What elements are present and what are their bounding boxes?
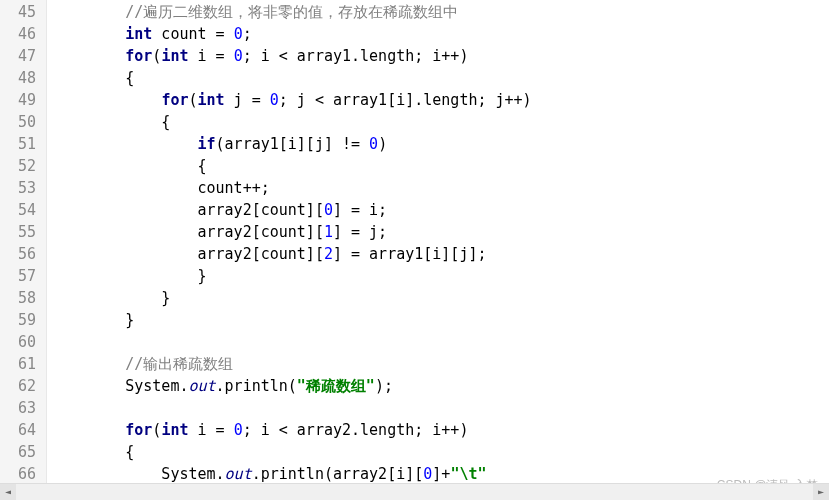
horizontal-scrollbar[interactable]: ◄ ►: [0, 483, 829, 500]
code-token: int: [198, 91, 225, 109]
code-token: System.: [53, 377, 188, 395]
code-token: "稀疏数组": [297, 377, 375, 395]
code-token: ] = array1[i][j];: [333, 245, 487, 263]
code-token: (array1[i][j] !=: [216, 135, 370, 153]
code-token: array2[count][: [53, 245, 324, 263]
code-token: array2[count][: [53, 223, 324, 241]
code-editor: 4546474849505152535455565758596061626364…: [0, 0, 829, 500]
line-number: 45: [6, 1, 36, 23]
line-number: 65: [6, 441, 36, 463]
code-token: out: [225, 465, 252, 483]
code-line[interactable]: {: [53, 111, 829, 133]
code-line[interactable]: {: [53, 67, 829, 89]
code-token: [53, 91, 161, 109]
code-token: [53, 3, 125, 21]
code-token: .println(: [216, 377, 297, 395]
code-token: }: [53, 311, 134, 329]
line-number: 55: [6, 221, 36, 243]
code-token: ; i < array1.: [243, 47, 360, 65]
scroll-left-arrow-icon[interactable]: ◄: [0, 484, 16, 500]
code-token: 0: [423, 465, 432, 483]
code-line[interactable]: if(array1[i][j] != 0): [53, 133, 829, 155]
code-token: "\t": [450, 465, 486, 483]
code-line[interactable]: //遍历二维数组，将非零的值，存放在稀疏数组中: [53, 1, 829, 23]
code-token: out: [188, 377, 215, 395]
line-number: 57: [6, 265, 36, 287]
code-token: ; i++): [414, 47, 468, 65]
code-line[interactable]: }: [53, 287, 829, 309]
line-number: 48: [6, 67, 36, 89]
code-line[interactable]: System.out.println("稀疏数组");: [53, 375, 829, 397]
code-token: {: [53, 157, 207, 175]
line-number: 64: [6, 419, 36, 441]
code-token: }: [53, 267, 207, 285]
code-token: [53, 25, 125, 43]
code-token: if: [198, 135, 216, 153]
line-number-gutter: 4546474849505152535455565758596061626364…: [0, 0, 47, 500]
code-token: count =: [152, 25, 233, 43]
code-line[interactable]: }: [53, 309, 829, 331]
line-number: 56: [6, 243, 36, 265]
scroll-right-arrow-icon[interactable]: ►: [813, 484, 829, 500]
code-token: ;: [243, 25, 252, 43]
code-line[interactable]: array2[count][1] = j;: [53, 221, 829, 243]
code-line[interactable]: System.out.println(array2[i][0]+"\t": [53, 463, 829, 485]
code-line[interactable]: array2[count][0] = i;: [53, 199, 829, 221]
code-line[interactable]: for(int i = 0; i < array2.length; i++): [53, 419, 829, 441]
code-token: ; j++): [477, 91, 531, 109]
line-number: 50: [6, 111, 36, 133]
line-number: 51: [6, 133, 36, 155]
code-token: 0: [369, 135, 378, 153]
code-token: for: [125, 421, 152, 439]
code-token: {: [53, 443, 134, 461]
line-number: 52: [6, 155, 36, 177]
code-token: ; j < array1[i].: [279, 91, 424, 109]
code-token: .println(array2[i][: [252, 465, 424, 483]
code-line[interactable]: [53, 397, 829, 419]
scroll-track[interactable]: [16, 484, 813, 500]
code-token: length: [423, 91, 477, 109]
line-number: 62: [6, 375, 36, 397]
code-line[interactable]: count++;: [53, 177, 829, 199]
code-token: {: [53, 69, 134, 87]
code-token: //遍历二维数组，将非零的值，存放在稀疏数组中: [125, 3, 458, 21]
code-token: i =: [188, 421, 233, 439]
line-number: 60: [6, 331, 36, 353]
code-line[interactable]: for(int j = 0; j < array1[i].length; j++…: [53, 89, 829, 111]
code-token: [53, 355, 125, 373]
code-token: [53, 47, 125, 65]
code-token: 1: [324, 223, 333, 241]
code-token: 0: [324, 201, 333, 219]
code-token: int: [161, 47, 188, 65]
code-line[interactable]: //输出稀疏数组: [53, 353, 829, 375]
code-line[interactable]: {: [53, 155, 829, 177]
code-line[interactable]: {: [53, 441, 829, 463]
code-token: ]+: [432, 465, 450, 483]
line-number: 47: [6, 45, 36, 67]
code-token: length: [360, 421, 414, 439]
code-token: System.: [53, 465, 225, 483]
code-line[interactable]: for(int i = 0; i < array1.length; i++): [53, 45, 829, 67]
line-number: 53: [6, 177, 36, 199]
code-token: ): [378, 135, 387, 153]
line-number: 46: [6, 23, 36, 45]
line-number: 63: [6, 397, 36, 419]
line-number: 59: [6, 309, 36, 331]
line-number: 49: [6, 89, 36, 111]
code-token: count++;: [53, 179, 270, 197]
code-token: j =: [225, 91, 270, 109]
code-token: }: [53, 289, 170, 307]
code-token: for: [125, 47, 152, 65]
code-token: int: [161, 421, 188, 439]
code-line[interactable]: int count = 0;: [53, 23, 829, 45]
code-area[interactable]: //遍历二维数组，将非零的值，存放在稀疏数组中 int count = 0; f…: [47, 0, 829, 500]
code-token: i =: [188, 47, 233, 65]
code-line[interactable]: [53, 331, 829, 353]
code-token: ; i++): [414, 421, 468, 439]
code-line[interactable]: array2[count][2] = array1[i][j];: [53, 243, 829, 265]
code-token: length: [360, 47, 414, 65]
code-token: 0: [234, 25, 243, 43]
code-token: [53, 421, 125, 439]
line-number: 61: [6, 353, 36, 375]
code-line[interactable]: }: [53, 265, 829, 287]
